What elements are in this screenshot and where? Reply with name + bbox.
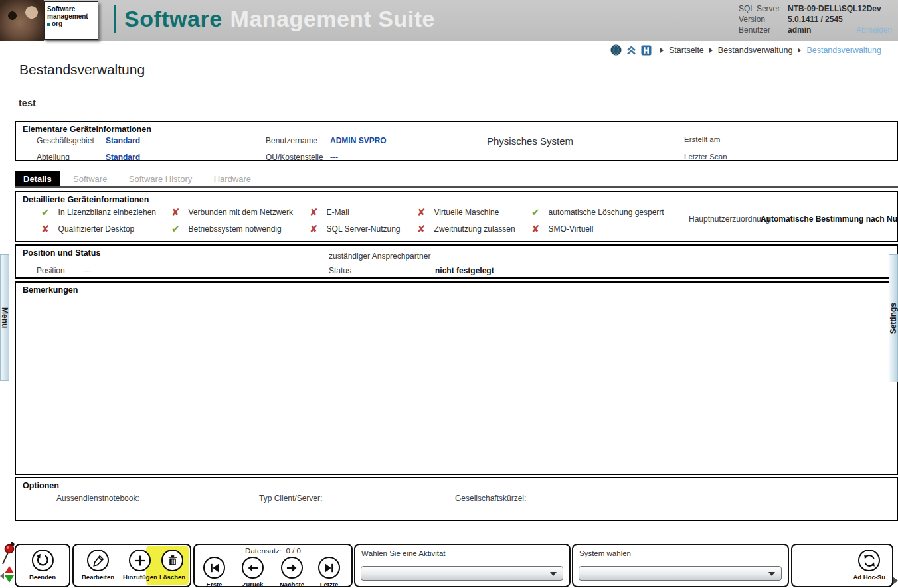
panel-title: Detaillierte Geräteinformationen	[23, 195, 149, 204]
business-area-label: Geschäftsgebiet	[37, 136, 94, 145]
detailed-info-panel: Detaillierte Geräteinformationen ✔In Liz…	[15, 191, 898, 242]
toolbar-group-activity: Wählen Sie eine Aktivität	[354, 544, 571, 587]
version-value: 5.0.1411 / 2545	[788, 15, 881, 24]
flag-item: ✘Virtuelle Maschine	[417, 207, 531, 218]
skip-first-icon	[203, 557, 225, 579]
flag-row: ✔In Lizenzbilanz einbeziehen ✘Verbunden …	[41, 207, 697, 218]
username-value[interactable]: ADMIN SVPRO	[330, 136, 387, 145]
tab-details[interactable]: Details	[15, 171, 60, 186]
app-title-primary: Software	[124, 6, 223, 32]
sql-server-value: NTB-09-DELL\SQL12Dev	[788, 4, 881, 13]
toolbar-group-exit: Beenden	[15, 544, 70, 587]
cross-icon: ✘	[171, 207, 180, 218]
breadcrumb-icons	[610, 44, 652, 58]
app-title: Software Management Suite	[114, 5, 435, 33]
globe-icon[interactable]	[610, 44, 622, 58]
flag-item: ✘SMO-Virtuell	[531, 224, 593, 234]
pin-icon[interactable]	[1, 542, 15, 569]
title-divider	[114, 5, 116, 33]
menu-side-tab[interactable]: Menu	[0, 254, 9, 381]
position-label: Position	[37, 266, 65, 275]
arrow-left-icon	[242, 557, 264, 579]
logo-line: management	[47, 13, 95, 20]
remarks-panel: Bemerkungen	[15, 281, 898, 475]
flag-item: ✔Betriebssystem notwendig	[171, 224, 310, 234]
skip-last-icon	[318, 557, 340, 579]
sql-server-label: SQL Server	[739, 4, 788, 13]
username-label: Benutzername	[266, 136, 317, 145]
breadcrumb-item-current[interactable]: Bestandsverwaltung	[806, 46, 881, 55]
logout-link[interactable]: Abmelden	[856, 25, 892, 35]
last-record-button[interactable]: Letzte	[318, 557, 340, 588]
header-photo	[0, 0, 44, 41]
collapse-left-icon[interactable]	[0, 573, 4, 579]
cross-icon: ✘	[531, 224, 540, 234]
toolbar-group-navigation: Datensatz: 0 / 0 Erste Zurück Nächste Le…	[193, 544, 353, 587]
header-banner: Software management org Software Managem…	[0, 0, 898, 41]
panel-title: Optionen	[23, 481, 59, 490]
user-label: Benutzer	[739, 25, 788, 35]
page-title: Bestandsverwaltung	[19, 62, 145, 78]
help-icon[interactable]	[641, 45, 652, 58]
contact-label: zuständiger Ansprechpartner	[329, 252, 430, 261]
version-label: Version	[739, 15, 788, 24]
breadcrumb-item-startseite[interactable]: Startseite	[669, 46, 704, 55]
cross-icon: ✘	[310, 224, 318, 234]
plus-icon	[129, 550, 151, 571]
main-user-label: Hauptnutzerzuordnung	[689, 214, 770, 224]
flag-item: ✘Qualifizierter Desktop	[41, 224, 171, 234]
business-area-value[interactable]: Standard	[106, 136, 140, 145]
flag-item: ✘E-Mail	[310, 207, 417, 218]
vendor-logo: Software management org	[44, 1, 98, 40]
toolbar-expand-right-icon[interactable]	[893, 577, 898, 585]
home-icon[interactable]	[626, 45, 637, 58]
exit-button[interactable]: Beenden	[29, 550, 56, 581]
check-icon: ✔	[171, 224, 180, 234]
field-client-server-label: Typ Client/Server:	[259, 494, 322, 503]
previous-record-button[interactable]: Zurück	[242, 557, 264, 588]
ou-value[interactable]: ---	[330, 153, 338, 161]
system-select-label: System wählen	[579, 550, 631, 557]
field-outside-notebook-label: Aussendienstnotebook:	[56, 494, 139, 503]
activity-select[interactable]	[361, 566, 563, 581]
created-label: Erstellt am	[684, 135, 720, 143]
toolbar-group-system: System wählen	[572, 544, 789, 587]
flag-item: ✘Zweitnutzung zulassen	[417, 224, 531, 234]
breadcrumb-item-bestandsverwaltung[interactable]: Bestandsverwaltung	[718, 46, 793, 55]
delete-button[interactable]: Löschen	[159, 550, 185, 581]
tab-hardware[interactable]: Hardware	[205, 171, 260, 186]
toolbar-group-edit: Bearbeiten Hinzufügen Löschen	[72, 544, 191, 587]
refresh-icon	[858, 550, 880, 571]
edit-button[interactable]: Bearbeiten	[82, 550, 114, 581]
elementary-info-panel: Elementare Geräteinformationen Geschäfts…	[15, 121, 898, 161]
app-window: Software management org Software Managem…	[0, 0, 898, 588]
logo-line: Software	[47, 5, 95, 13]
record-counter: Datensatz: 0 / 0	[195, 547, 351, 555]
tab-software[interactable]: Software	[64, 171, 116, 186]
flag-item: ✘Verbunden mit dem Netzwerk	[171, 207, 310, 218]
toolbar-up-arrow-icon[interactable]	[5, 566, 14, 573]
breadcrumb-arrow-icon	[660, 48, 664, 53]
breadcrumb: Startseite Bestandsverwaltung Bestandsve…	[655, 46, 881, 55]
system-select[interactable]	[579, 566, 782, 581]
record-name: test	[19, 98, 36, 108]
toolbar-down-arrow-icon[interactable]	[5, 575, 14, 583]
system-type: Physisches System	[487, 135, 573, 147]
panel-title: Position und Status	[23, 248, 100, 257]
logo-square-icon	[47, 23, 50, 26]
add-button[interactable]: Hinzufügen	[123, 550, 157, 581]
options-panel: Optionen Aussendienstnotebook: Typ Clien…	[15, 477, 898, 521]
toolbar-group-adhoc: Ad Hoc-Su	[791, 544, 893, 587]
department-value[interactable]: Standard	[106, 153, 140, 161]
panel-title: Bemerkungen	[23, 285, 78, 295]
settings-side-tab[interactable]: Settings	[889, 254, 898, 382]
main-user-value: Automatische Bestimmung nach Nutzung	[761, 214, 898, 224]
cross-icon: ✘	[417, 207, 426, 218]
adhoc-search-button[interactable]: Ad Hoc-Su	[853, 550, 885, 581]
next-record-button[interactable]: Nächste	[280, 557, 304, 588]
flag-item: ✔automatische Löschung gesperrt	[531, 207, 664, 218]
tab-software-history[interactable]: Software History	[120, 171, 201, 186]
check-icon: ✔	[531, 207, 540, 218]
first-record-button[interactable]: Erste	[203, 557, 225, 588]
undo-icon	[32, 550, 54, 571]
